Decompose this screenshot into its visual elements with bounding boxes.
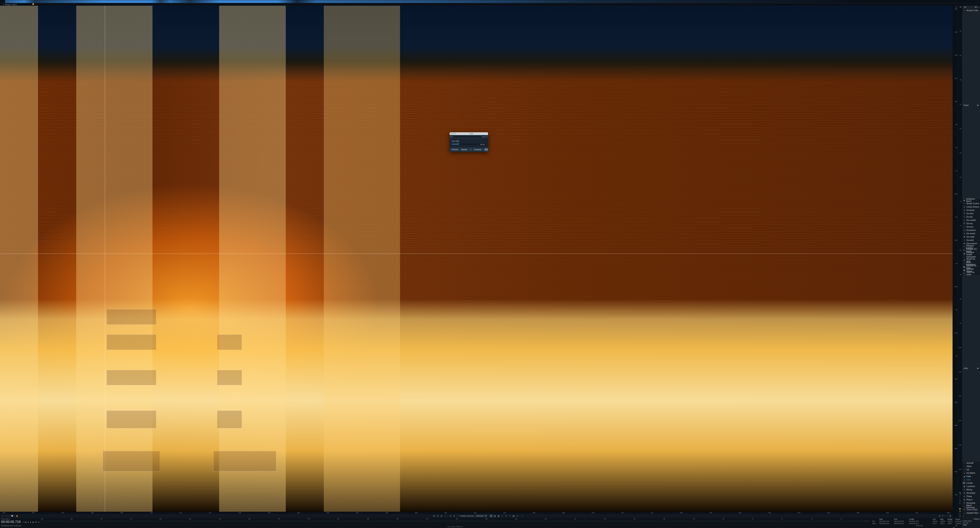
select-timefreq-tool-icon[interactable]: ▥: [493, 514, 496, 517]
utility-section-dropdown[interactable]: Utility: [963, 275, 980, 461]
module-gain[interactable]: ⊿Gain: [962, 478, 980, 481]
chevron-down-icon[interactable]: ▾: [3, 4, 4, 5]
zoom-sel-icon[interactable]: ⌕: [444, 514, 447, 517]
eraser-tool-icon[interactable]: ⨂: [512, 514, 515, 517]
history-item[interactable]: Gain: [963, 524, 979, 526]
selection-region[interactable]: [217, 334, 242, 350]
instant-process-checkbox[interactable]: [458, 515, 460, 517]
module-variable-pitch[interactable]: ♩Variable Pitch: [962, 511, 980, 515]
module-plug-in[interactable]: ⊞Plug-in: [962, 498, 980, 501]
module-de-plosive[interactable]: ◯De-plosive: [962, 229, 980, 232]
module-eq-match[interactable]: ≃EQ Match: [962, 471, 980, 475]
zoom-in-v2-icon[interactable]: ⊕: [959, 510, 961, 512]
repair-section-dropdown[interactable]: Repair: [963, 12, 980, 199]
module-fade[interactable]: ◢Fade: [962, 475, 980, 478]
attenuate-dropdown[interactable]: Attenuate: [474, 514, 487, 517]
zoom-out-v-icon[interactable]: ⊖: [958, 502, 962, 505]
expand-sidebar-icon[interactable]: ›: [962, 515, 980, 517]
selection-region[interactable]: [107, 334, 156, 350]
selection-region[interactable]: [107, 309, 156, 324]
play-icon[interactable]: ▸: [29, 521, 32, 523]
zoom-out-icon[interactable]: ⊖: [436, 514, 439, 517]
curve-tool-icon[interactable]: ∿: [521, 514, 524, 517]
wand-tool-icon[interactable]: ✧: [508, 514, 511, 517]
preset-dropdown[interactable]: [453, 135, 482, 138]
history-item[interactable]: Initial State: [963, 520, 979, 522]
zoom-fit-icon[interactable]: ⊡: [440, 514, 443, 517]
refresh-icon[interactable]: ⟳: [453, 514, 456, 517]
module-center-extract[interactable]: ◎Center Extract: [962, 205, 980, 208]
compare-button[interactable]: Compare: [473, 148, 483, 151]
db-zoom-slider[interactable]: [960, 494, 960, 502]
zoom-in-v-icon[interactable]: ⊕: [958, 491, 962, 494]
waveform-overview[interactable]: ⌄: [0, 0, 980, 3]
module-de-click[interactable]: ⁑De-click: [962, 212, 980, 215]
chevron-down-icon[interactable]: ▾: [9, 518, 10, 520]
selection-region[interactable]: [107, 410, 156, 428]
module-de-ess[interactable]: ⓢDe-ess: [962, 222, 980, 225]
grid-tool-icon[interactable]: ≡: [515, 514, 519, 517]
selection-region[interactable]: [107, 370, 156, 385]
time-ruler[interactable]: 0.00.20.40.60.81.01.21.41.61.82.02.22.42…: [0, 512, 953, 514]
module-de-bleed[interactable]: ⊘De-bleed: [962, 208, 980, 212]
zoom-out-h-icon[interactable]: ⊖: [938, 514, 941, 517]
record-icon[interactable]: ●: [22, 521, 24, 523]
skip-back-icon[interactable]: ◂: [27, 521, 29, 523]
zoom-icon[interactable]: [454, 133, 456, 134]
selection-region[interactable]: [103, 451, 160, 471]
dialog-titlebar[interactable]: Gain: [450, 132, 488, 135]
module-dither[interactable]: ⋯Dither: [962, 465, 980, 468]
tempo-marker-icon[interactable]: [32, 3, 34, 5]
module-mixing[interactable]: ✕Mixing: [962, 488, 980, 491]
spectrogram-view[interactable]: Gain ⫛ ▾ ≡ ? Gain [dB]: [0, 6, 953, 512]
module-leveler[interactable]: ▍▍Leveler: [962, 481, 980, 485]
module-time-pitch[interactable]: ⏱Time & Pitch: [962, 508, 980, 511]
module-chain-button[interactable]: ⎘ Module Chain: [962, 9, 980, 12]
rewind-icon[interactable]: ⏮: [24, 521, 27, 523]
close-icon[interactable]: [450, 133, 452, 134]
select-time-tool-icon[interactable]: ▯: [490, 514, 493, 517]
help-icon[interactable]: ?: [486, 136, 487, 138]
render-button[interactable]: Render: [484, 148, 488, 151]
bypass-plus-button[interactable]: +: [469, 148, 472, 151]
zoom-in-icon[interactable]: ⊕: [433, 514, 436, 517]
module-breath-control[interactable]: 〰Breath Control: [962, 202, 980, 205]
select-freq-tool-icon[interactable]: ▤: [497, 514, 500, 517]
module-ambience-match[interactable]: ◉Ambience Match: [962, 199, 980, 202]
module-azimuth[interactable]: ↔Azimuth: [962, 461, 980, 465]
bypass-button[interactable]: Bypass: [460, 148, 469, 151]
scale-settings-icon[interactable]: ▦: [959, 507, 961, 510]
list-icon[interactable]: ≡: [484, 136, 485, 138]
module-phase[interactable]: øPhase: [962, 495, 980, 498]
waveform-view-icon[interactable]: ∿: [1, 514, 4, 517]
module-normalize[interactable]: ⇅Normalize: [962, 491, 980, 495]
module-de-crackle[interactable]: ∿De-crackle: [962, 218, 980, 222]
module-dialogue-isolate[interactable]: ◑Dialogue Isolate: [962, 252, 980, 255]
module-de-clip[interactable]: ▭De-clip: [962, 215, 980, 218]
module-de-rustle[interactable]: ✱De-rustle: [962, 235, 980, 239]
gain-slider[interactable]: [452, 144, 477, 145]
spectrogram-view-icon[interactable]: ▦: [15, 514, 18, 517]
history-item[interactable]: De-clip: [963, 522, 979, 524]
loop-icon[interactable]: ⟲: [35, 521, 37, 523]
overview-waveform[interactable]: [5, 0, 978, 3]
selection-region[interactable]: [213, 451, 276, 471]
list-view-icon[interactable]: ≡: [978, 6, 979, 8]
selection-region[interactable]: [217, 370, 242, 385]
minimize-icon[interactable]: [452, 133, 454, 134]
gain-value-field[interactable]: -35.00: [478, 143, 486, 146]
view-blend-slider[interactable]: [5, 516, 14, 516]
filter-dropdown[interactable]: All: [963, 6, 978, 8]
chevron-down-icon[interactable]: ▾: [482, 136, 484, 138]
settings-icon[interactable]: ⫛: [450, 136, 452, 138]
module-eq[interactable]: ∿EQ: [962, 468, 980, 471]
module-voice-de-noise[interactable]: ☊Voice De-noise: [962, 272, 980, 275]
zoom-reset-icon[interactable]: ⊙: [449, 514, 452, 517]
skip-fwd-icon[interactable]: ▸▸: [32, 521, 35, 523]
module-de-hum[interactable]: ≈De-hum: [962, 225, 980, 229]
chevron-down-icon[interactable]: ⌄: [2, 1, 4, 3]
module-signal-generator[interactable]: ∿Signal Generator: [962, 505, 980, 508]
lasso-tool-icon[interactable]: ◌: [501, 514, 504, 517]
meter-bar[interactable]: -3.1: [41, 520, 870, 522]
selection-region[interactable]: [217, 410, 242, 428]
